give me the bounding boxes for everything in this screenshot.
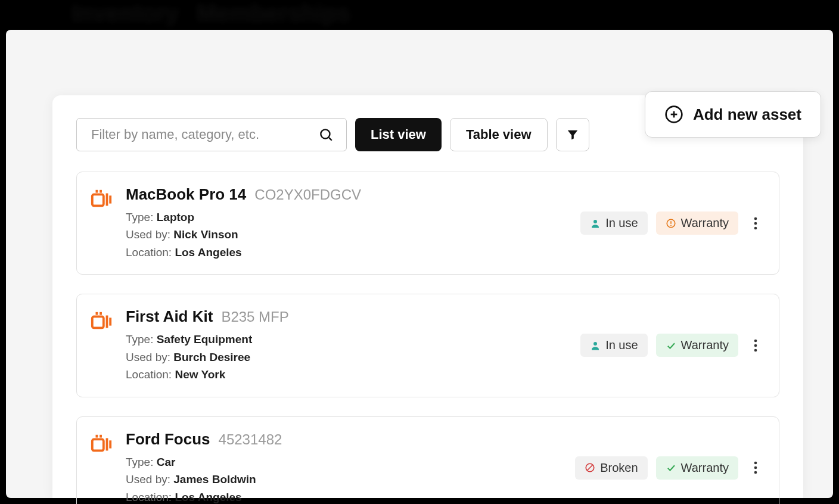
meta-location-label: Location: <box>126 368 172 381</box>
status-label: In use <box>605 338 638 352</box>
svg-line-4 <box>329 138 332 141</box>
svg-rect-29 <box>106 438 108 450</box>
asset-name: MacBook Pro 14 <box>126 185 246 204</box>
meta-usedby-value: James Boldwin <box>173 473 256 486</box>
more-button[interactable] <box>747 211 765 235</box>
status-icon <box>590 218 601 229</box>
svg-point-22 <box>593 342 597 346</box>
asset-title-row: Ford Focus 45231482 <box>126 430 762 449</box>
warranty-icon <box>666 462 676 473</box>
meta-usedby-value: Burch Desiree <box>173 351 250 363</box>
outer-frame: Add new asset List view Table view <box>6 30 833 498</box>
status-icon <box>585 462 595 473</box>
funnel-icon <box>566 128 579 141</box>
svg-rect-20 <box>106 316 108 328</box>
meta-location-value: Los Angeles <box>175 246 241 259</box>
asset-title-row: MacBook Pro 14 CO2YX0FDGCV <box>126 185 762 204</box>
svg-point-33 <box>754 462 757 465</box>
blur-tab-memberships: Memberships <box>197 0 350 27</box>
asset-list: MacBook Pro 14 CO2YX0FDGCV Type: Laptop … <box>76 172 779 504</box>
asset-name: Ford Focus <box>126 430 210 449</box>
svg-point-14 <box>754 217 757 220</box>
blur-tab-inventory: Inventory <box>72 0 179 27</box>
svg-rect-17 <box>92 317 104 328</box>
svg-point-16 <box>754 226 757 229</box>
svg-rect-21 <box>109 318 111 326</box>
blur-tabs: Inventory Memberships <box>72 0 350 27</box>
warranty-label: Warranty <box>681 216 729 230</box>
filter-input[interactable] <box>76 118 347 151</box>
asset-title-row: First Aid Kit B235 MFP <box>126 307 762 326</box>
add-asset-button[interactable]: Add new asset <box>645 91 821 138</box>
svg-point-35 <box>754 471 757 474</box>
warranty-label: Warranty <box>681 338 729 352</box>
svg-rect-7 <box>100 190 102 193</box>
asset-card[interactable]: MacBook Pro 14 CO2YX0FDGCV Type: Laptop … <box>76 172 779 275</box>
asset-card[interactable]: Ford Focus 45231482 Type: Car Used by: J… <box>76 416 779 504</box>
main-card: List view Table view MacBook Pro 14 <box>52 95 803 498</box>
table-view-label: Table view <box>466 127 532 142</box>
svg-rect-19 <box>100 312 102 315</box>
svg-rect-27 <box>96 434 98 437</box>
status-badge: In use <box>580 211 647 235</box>
meta-type-label: Type: <box>126 211 153 223</box>
more-vertical-icon <box>754 216 757 231</box>
asset-icon <box>90 433 113 455</box>
meta-usedby-label: Used by: <box>126 351 170 363</box>
meta-location-value: New York <box>175 368 225 381</box>
filter-button[interactable] <box>556 118 589 151</box>
search-icon <box>318 127 334 142</box>
svg-rect-18 <box>96 312 98 315</box>
svg-rect-9 <box>109 195 111 203</box>
list-view-label: List view <box>371 127 426 142</box>
status-badge: In use <box>580 334 647 357</box>
svg-rect-30 <box>109 440 111 448</box>
meta-usedby-label: Used by: <box>126 228 170 241</box>
warranty-icon <box>666 218 676 229</box>
filter-wrapper <box>76 118 347 151</box>
meta-location-value: Los Angeles <box>175 491 241 503</box>
asset-serial: B235 MFP <box>221 309 288 325</box>
table-view-button[interactable]: Table view <box>450 118 548 151</box>
asset-name: First Aid Kit <box>126 307 213 326</box>
warranty-icon <box>666 340 676 351</box>
meta-type-value: Laptop <box>157 211 194 223</box>
meta-usedby-value: Nick Vinson <box>173 228 238 241</box>
asset-right: In use Warranty <box>580 334 765 357</box>
meta-type-value: Car <box>157 456 176 468</box>
svg-point-15 <box>754 222 757 225</box>
status-badge: Broken <box>575 456 647 480</box>
plus-circle-icon <box>664 105 683 124</box>
meta-type-label: Type: <box>126 333 153 346</box>
asset-icon <box>90 188 113 210</box>
asset-card[interactable]: First Aid Kit B235 MFP Type: Safety Equi… <box>76 294 779 397</box>
more-button[interactable] <box>747 456 765 480</box>
status-label: Broken <box>600 461 638 475</box>
more-vertical-icon <box>754 461 757 475</box>
warranty-badge: Warranty <box>656 211 738 235</box>
status-label: In use <box>605 216 638 230</box>
warranty-badge: Warranty <box>656 456 738 480</box>
asset-serial: 45231482 <box>219 431 282 448</box>
svg-point-10 <box>593 220 597 223</box>
list-view-button[interactable]: List view <box>355 118 442 151</box>
asset-icon <box>90 310 113 332</box>
add-asset-label: Add new asset <box>693 105 801 124</box>
warranty-label: Warranty <box>681 461 729 475</box>
asset-serial: CO2YX0FDGCV <box>254 186 361 203</box>
svg-rect-28 <box>100 434 102 437</box>
svg-rect-8 <box>106 194 108 206</box>
meta-usedby-label: Used by: <box>126 473 170 486</box>
meta-type-value: Safety Equipment <box>157 333 252 346</box>
asset-right: Broken Warranty <box>575 456 765 480</box>
svg-point-13 <box>670 225 672 226</box>
svg-point-34 <box>754 466 757 469</box>
meta-location-label: Location: <box>126 491 172 503</box>
svg-point-25 <box>754 349 757 352</box>
warranty-badge: Warranty <box>656 334 738 357</box>
svg-line-32 <box>588 465 593 471</box>
status-icon <box>590 340 601 351</box>
more-button[interactable] <box>747 334 765 357</box>
svg-point-24 <box>754 344 757 347</box>
svg-point-3 <box>321 129 330 138</box>
